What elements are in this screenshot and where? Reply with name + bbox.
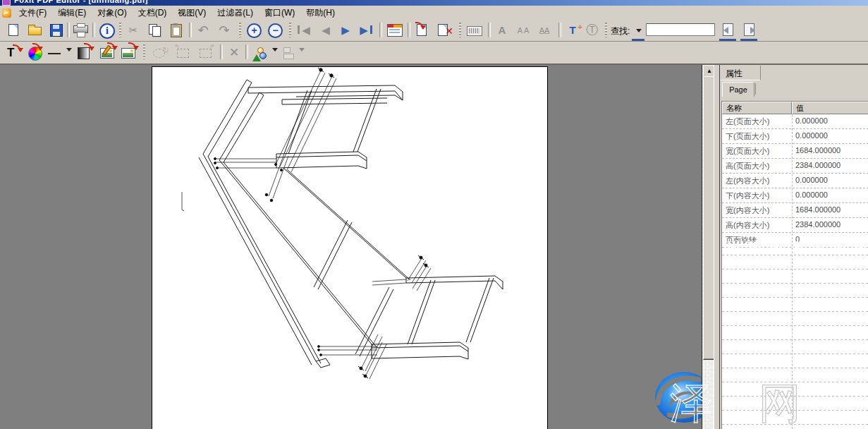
toolbar-grip[interactable] bbox=[119, 23, 121, 37]
toolbar-separator bbox=[92, 23, 95, 37]
toolbar-grip[interactable] bbox=[459, 23, 461, 37]
blank-page-icon bbox=[8, 24, 18, 36]
menu-item[interactable]: 过滤器(L) bbox=[212, 6, 259, 20]
find-input[interactable] bbox=[646, 23, 715, 36]
find-label: 查找: bbox=[611, 25, 630, 37]
form-window-icon bbox=[387, 24, 403, 37]
add-text-object-button[interactable]: T bbox=[6, 44, 23, 61]
property-value[interactable]: 0.000000 bbox=[792, 129, 868, 143]
add-shading-object-button[interactable] bbox=[76, 44, 93, 61]
toolbar-grip[interactable] bbox=[143, 44, 145, 59]
add-text-button[interactable]: T+ bbox=[564, 22, 581, 39]
toolbar-separator bbox=[189, 23, 192, 37]
redo-button[interactable]: ↷ bbox=[216, 22, 233, 39]
rotate-selection-button[interactable]: ↻ bbox=[151, 44, 168, 61]
rotate-page-button[interactable] bbox=[414, 22, 431, 39]
next-page-button[interactable]: ▶ bbox=[337, 22, 354, 39]
circle-t-icon: Ⓣ bbox=[584, 22, 601, 39]
zoom-out-button[interactable]: − bbox=[267, 22, 283, 39]
save-document-button[interactable] bbox=[48, 22, 65, 39]
delete-page-button[interactable]: ✕ bbox=[435, 22, 452, 39]
toolbar-separator bbox=[408, 23, 410, 37]
font-width-button[interactable]: A̲A̲ bbox=[536, 22, 553, 39]
object-types-button[interactable] bbox=[251, 44, 268, 61]
menu-item[interactable]: 编辑(E) bbox=[52, 6, 92, 20]
font-compare-button[interactable]: A A bbox=[515, 22, 532, 39]
find-previous-button[interactable] bbox=[719, 22, 736, 38]
virtual-keyboard-button[interactable] bbox=[465, 22, 482, 39]
column-header-name[interactable]: 名称 bbox=[722, 102, 792, 114]
toolbar-grip[interactable] bbox=[239, 23, 241, 37]
properties-title: 属性 bbox=[726, 68, 742, 80]
printer-icon bbox=[73, 25, 88, 33]
text-circle-button[interactable]: Ⓣ bbox=[584, 22, 601, 39]
toolbar-grip[interactable] bbox=[605, 23, 607, 37]
undo-button[interactable]: ↶ bbox=[195, 22, 212, 39]
property-value[interactable]: 2384.000000 bbox=[792, 218, 868, 232]
properties-table-header: 名称 值 bbox=[722, 102, 868, 114]
align-caret[interactable] bbox=[299, 48, 305, 54]
object-types-caret[interactable] bbox=[272, 48, 278, 54]
first-page-button[interactable]: ◀ bbox=[296, 22, 313, 39]
find-next-button[interactable] bbox=[740, 22, 757, 38]
print-button[interactable] bbox=[72, 22, 89, 39]
previous-page-button[interactable]: ◀ bbox=[317, 22, 334, 39]
new-document-button[interactable] bbox=[6, 22, 23, 39]
last-page-button[interactable]: ▶ bbox=[357, 22, 374, 39]
toolbar-separator bbox=[67, 23, 70, 37]
property-value[interactable]: 0.000000 bbox=[792, 188, 868, 203]
vertical-scrollbar[interactable]: ▲ bbox=[702, 65, 714, 429]
transform-front-button[interactable]: ↱ bbox=[197, 44, 214, 61]
open-document-button[interactable] bbox=[27, 22, 44, 39]
toolbar-separator bbox=[220, 44, 223, 59]
info-icon: i bbox=[99, 23, 115, 39]
property-value[interactable]: 2384.000000 bbox=[792, 159, 868, 173]
toolbar-grip[interactable] bbox=[289, 23, 291, 37]
document-icon[interactable] bbox=[2, 8, 11, 18]
menu-item[interactable]: 文件(F) bbox=[13, 6, 52, 20]
floppy-disk-icon bbox=[50, 24, 63, 37]
transform-back-button[interactable]: ↰ bbox=[175, 44, 192, 61]
toolbar-separator bbox=[379, 23, 382, 37]
find-dropdown-caret[interactable] bbox=[636, 29, 642, 35]
copy-button[interactable] bbox=[147, 22, 164, 39]
add-line-object-button[interactable] bbox=[47, 44, 63, 61]
property-value[interactable]: 1684.000000 bbox=[792, 144, 868, 158]
property-value[interactable]: 1684.000000 bbox=[792, 203, 868, 217]
red-arrow-icon bbox=[107, 42, 116, 49]
font-info-button[interactable]: A bbox=[494, 22, 511, 39]
line-dropdown-caret[interactable] bbox=[66, 48, 72, 54]
replace-image-button[interactable] bbox=[120, 44, 137, 61]
table-row: 左(内容大小) 0.000000 bbox=[722, 174, 868, 188]
paste-button[interactable] bbox=[168, 22, 185, 39]
add-color-object-button[interactable] bbox=[27, 44, 44, 61]
property-value[interactable]: 0.000000 bbox=[792, 114, 868, 128]
page-form-button[interactable] bbox=[386, 22, 403, 39]
delete-object-button[interactable]: ✕ bbox=[226, 44, 243, 61]
property-name: 左(页面大小) bbox=[722, 114, 792, 128]
menu-item[interactable]: 视图(V) bbox=[172, 6, 212, 20]
rotate-arrow-icon bbox=[415, 22, 424, 29]
menu-bar: 文件(F)编辑(E)对象(O)文档(D)视图(V)过滤器(L)窗口(W)帮助(H… bbox=[0, 6, 868, 20]
menu-item[interactable]: 文档(D) bbox=[133, 6, 173, 20]
menu-item[interactable]: 帮助(H) bbox=[300, 6, 341, 20]
cut-button[interactable]: ✂ bbox=[125, 22, 142, 39]
table-row: 高(内容大小) 2384.000000 bbox=[722, 218, 868, 233]
column-header-value[interactable]: 值 bbox=[792, 102, 868, 114]
undo-arrow-icon: ↶ bbox=[195, 22, 212, 39]
edit-image-button[interactable] bbox=[99, 44, 116, 61]
zoom-in-button[interactable]: + bbox=[245, 22, 262, 39]
property-value[interactable]: 0.000000 bbox=[792, 174, 868, 188]
keyboard-icon bbox=[467, 26, 482, 36]
open-folder-icon bbox=[28, 27, 42, 35]
document-info-button[interactable]: i bbox=[98, 22, 115, 39]
previous-page-icon: ◀ bbox=[317, 22, 334, 39]
menu-item[interactable]: 窗口(W) bbox=[259, 6, 300, 20]
red-arrow-icon bbox=[128, 42, 137, 49]
red-arrow-icon bbox=[84, 43, 92, 50]
property-name: 下(页面大小) bbox=[722, 129, 792, 143]
pdf-page[interactable] bbox=[152, 66, 548, 429]
align-objects-button[interactable] bbox=[281, 44, 298, 61]
tab-page[interactable]: Page bbox=[722, 82, 754, 97]
menu-item[interactable]: 对象(O) bbox=[92, 6, 132, 20]
